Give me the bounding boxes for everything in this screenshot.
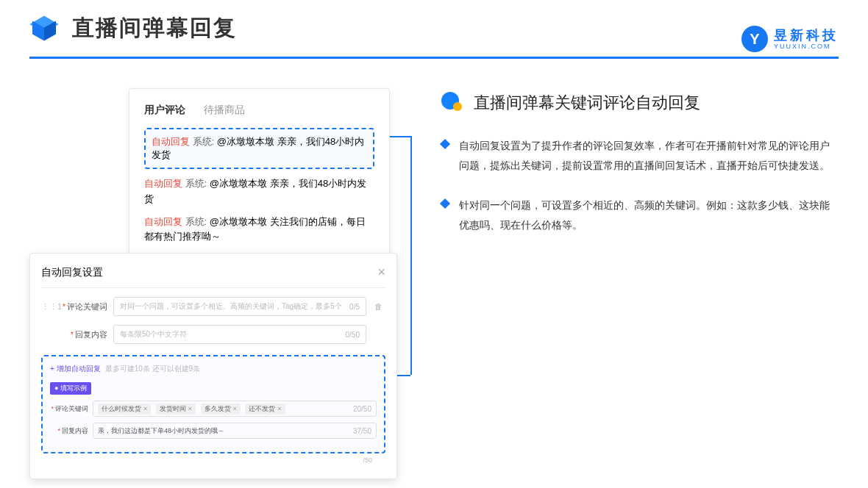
footer-counter: /50 (41, 456, 385, 464)
keyword-label: *评论关键词 (62, 301, 113, 312)
close-icon[interactable]: × (377, 265, 385, 280)
bullet-text: 针对同一个问题，可设置多个相近的、高频的关键词。例如：这款多少钱、这块能优惠吗、… (459, 195, 839, 234)
section-title: 直播间弹幕关键词评论自动回复 (474, 92, 700, 114)
comments-panel: 用户评论 待播商品 自动回复 系统: @冰墩墩本墩 亲亲，我们48小时内发货 自… (129, 88, 390, 268)
comment-row: 自动回复 系统: @冰墩墩本墩 关注我们的店铺，每日都有热门推荐呦～ (144, 215, 374, 245)
brand-name-cn: 昱新科技 (774, 29, 839, 42)
content-label: *回复内容 (62, 329, 113, 340)
example-badge: ● 填写示例 (50, 382, 91, 395)
highlighted-comment: 自动回复 系统: @冰墩墩本墩 亲亲，我们48小时内发货 (144, 128, 374, 169)
keyword-counter: 0/5 (349, 303, 360, 311)
system-label: 系统: (190, 136, 217, 147)
page-title: 直播间弹幕回复 (72, 13, 237, 43)
content-counter: 0/50 (346, 331, 360, 339)
tag-remove-icon: × (277, 405, 281, 412)
system-label: 系统: (182, 216, 210, 227)
auto-reply-label: 自动回复 (144, 216, 182, 227)
chat-bubble-icon (441, 92, 463, 114)
connector-line (410, 136, 412, 375)
keyword-tag[interactable]: 发货时间× (156, 403, 196, 415)
system-label: 系统: (182, 178, 210, 189)
brand-icon: Y (741, 26, 768, 52)
cube-icon (29, 14, 59, 43)
delete-icon[interactable]: 🗑 (371, 302, 385, 311)
example-content-label: *回复内容 (50, 426, 93, 436)
auto-reply-label: 自动回复 (144, 178, 182, 189)
diamond-bullet-icon (440, 198, 450, 209)
example-block: + 增加自动回复最多可建10条 还可以创建9条 ● 填写示例 *评论关键词 什么… (41, 355, 385, 453)
example-keyword-counter: 20/50 (353, 405, 371, 413)
comment-row: 自动回复 系统: @冰墩墩本墩 亲亲，我们48小时内发货 (144, 176, 374, 207)
diamond-bullet-icon (440, 139, 450, 149)
add-auto-reply-link[interactable]: + 增加自动回复最多可建10条 还可以创建9条 (50, 364, 377, 374)
keyword-input[interactable]: 对同一个问题，可设置多个相近、高频的关键词，Tag确定，最多5个 0/5 (113, 297, 366, 316)
tag-remove-icon: × (188, 405, 192, 412)
settings-title: 自动回复设置 (41, 266, 103, 279)
tag-remove-icon: × (233, 405, 237, 412)
row-index: ⋮⋮ 1 (41, 302, 62, 312)
settings-panel: 自动回复设置 × ⋮⋮ 1 *评论关键词 对同一个问题，可设置多个相近、高频的关… (29, 253, 397, 479)
content-input[interactable]: 每条限50个中文字符 0/50 (113, 325, 366, 344)
example-keyword-label: *评论关键词 (50, 404, 93, 414)
example-content-counter: 37/50 (353, 427, 371, 435)
example-content-input[interactable]: 亲，我们这边都是下单48小时内发货的哦～ 37/50 (93, 423, 377, 439)
keyword-tag[interactable]: 什么时候发货× (98, 403, 151, 415)
auto-reply-label: 自动回复 (152, 136, 190, 147)
tag-remove-icon: × (143, 405, 147, 412)
tab-pending-goods[interactable]: 待播商品 (204, 104, 245, 117)
bullet-text: 自动回复设置为了提升作者的评论回复效率，作者可在开播前针对常见的评论用户问题，提… (459, 136, 839, 175)
brand-logo: Y 昱新科技 YUUXIN.COM (741, 26, 839, 52)
keyword-tag[interactable]: 多久发货× (201, 403, 241, 415)
tab-user-comments[interactable]: 用户评论 (144, 104, 185, 117)
connector-line (390, 136, 410, 137)
example-keyword-input[interactable]: 什么时候发货× 发货时间× 多久发货× 还不发货× 20/50 (93, 401, 377, 417)
brand-name-en: YUUXIN.COM (774, 43, 839, 50)
keyword-tag[interactable]: 还不发货× (245, 403, 285, 415)
